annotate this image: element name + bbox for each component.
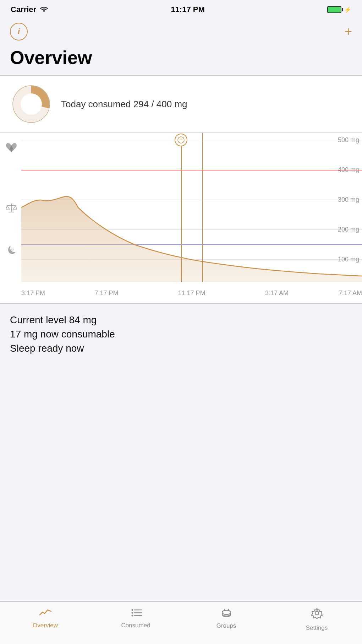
tab-bar: Overview Consumed bbox=[0, 601, 362, 644]
carrier-label: Carrier bbox=[11, 5, 36, 14]
tab-settings[interactable]: Settings bbox=[272, 607, 362, 632]
scale-icon bbox=[1, 201, 21, 217]
tab-consumed[interactable]: Consumed bbox=[90, 607, 181, 629]
chart-container: ZZ 500 mg 400 mg 300 mg 200 mg 100 mg bbox=[0, 133, 362, 303]
x-axis: 3:17 PM 7:17 PM 11:17 PM 3:17 AM 7:17 AM bbox=[21, 282, 362, 303]
tab-overview-label: Overview bbox=[33, 622, 58, 629]
pie-chart bbox=[10, 83, 53, 125]
heart-icon bbox=[1, 142, 21, 157]
status-left: Carrier bbox=[11, 5, 48, 14]
consumable-amount: 17 mg now consumable bbox=[10, 329, 352, 340]
tab-overview-icon bbox=[39, 607, 52, 620]
status-right: ⚡ bbox=[327, 6, 351, 13]
svg-point-13 bbox=[131, 615, 133, 617]
area-chart-svg bbox=[21, 133, 362, 282]
svg-text:ZZ: ZZ bbox=[10, 248, 14, 252]
x-label-717pm: 7:17 PM bbox=[94, 289, 118, 297]
x-label-1117pm: 11:17 PM bbox=[178, 289, 205, 297]
time-cursor bbox=[202, 133, 203, 282]
page-title-section: Overview bbox=[0, 44, 362, 75]
battery-icon bbox=[327, 6, 341, 13]
bolt-icon: ⚡ bbox=[344, 6, 351, 13]
svg-point-11 bbox=[131, 612, 133, 614]
svg-point-20 bbox=[315, 611, 319, 615]
x-label-717am: 7:17 AM bbox=[339, 289, 362, 297]
info-button[interactable]: i bbox=[10, 23, 28, 40]
svg-point-9 bbox=[131, 609, 133, 611]
svg-point-15 bbox=[222, 610, 231, 615]
consumed-summary: Today consumed 294 / 400 mg bbox=[0, 76, 362, 132]
x-label-317pm: 3:17 PM bbox=[21, 289, 45, 297]
tab-groups-label: Groups bbox=[216, 622, 236, 629]
time-label: 11:17 PM bbox=[171, 5, 204, 14]
tab-groups[interactable]: Groups bbox=[181, 607, 272, 629]
wifi-icon bbox=[40, 5, 48, 14]
tab-settings-icon bbox=[311, 607, 323, 622]
sleep-ready: Sleep ready now bbox=[10, 343, 352, 354]
status-bar: Carrier 11:17 PM ⚡ bbox=[0, 0, 362, 19]
tab-overview[interactable]: Overview bbox=[0, 607, 90, 629]
page-title: Overview bbox=[10, 47, 352, 68]
tab-groups-icon bbox=[220, 607, 233, 620]
clock-icon bbox=[177, 136, 185, 144]
chart-left-icons: ZZ bbox=[1, 133, 21, 282]
consumed-summary-text: Today consumed 294 / 400 mg bbox=[61, 99, 187, 110]
current-level: Current level 84 mg bbox=[10, 314, 352, 326]
time-cursor-clock bbox=[175, 134, 187, 146]
sleep-icon: ZZ bbox=[1, 243, 21, 259]
x-label-317am: 3:17 AM bbox=[265, 289, 289, 297]
time-cursor-line bbox=[181, 139, 182, 282]
info-section: Current level 84 mg 17 mg now consumable… bbox=[0, 304, 362, 364]
svg-point-0 bbox=[21, 93, 42, 115]
tab-consumed-label: Consumed bbox=[121, 622, 150, 629]
add-button[interactable]: + bbox=[345, 24, 352, 39]
tab-settings-label: Settings bbox=[306, 624, 328, 632]
tab-consumed-icon bbox=[130, 607, 142, 620]
header: i + bbox=[0, 19, 362, 44]
